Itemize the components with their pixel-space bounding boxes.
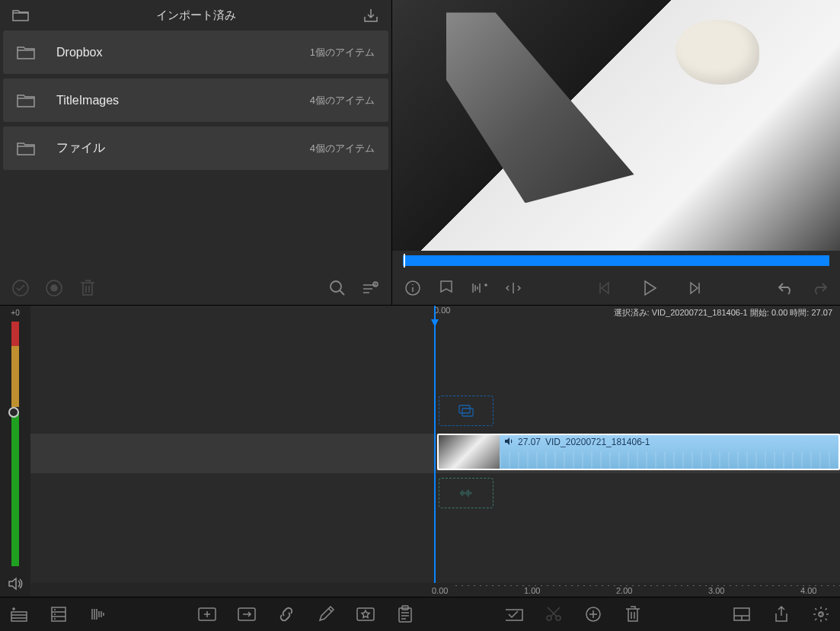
bottom-toolbar: ?	[0, 597, 840, 631]
time-ruler[interactable]: 0.00 1.00 2.00 3.00 4.00	[30, 583, 840, 597]
delete-icon[interactable]	[621, 603, 644, 626]
folder-icon	[17, 45, 47, 60]
play-icon[interactable]	[638, 277, 661, 299]
ruler-tick: 3.00	[708, 586, 724, 595]
timeline-panel: +0 0.00 選択済み: VID_20200721_181406-1 開始: …	[0, 305, 840, 597]
library-footer: a	[0, 271, 391, 305]
clipboard-icon[interactable]	[394, 603, 417, 626]
split-icon[interactable]	[502, 277, 525, 299]
folder-count: 4個のアイテム	[310, 94, 375, 107]
clip-name: VID_20200721_181406-1	[545, 437, 650, 447]
svg-rect-6	[459, 405, 470, 413]
audio-placeholder[interactable]	[439, 478, 493, 508]
playhead[interactable]	[434, 306, 436, 583]
next-frame-icon[interactable]	[684, 277, 707, 299]
link-icon[interactable]	[275, 603, 298, 626]
scrub-track[interactable]	[403, 255, 829, 266]
ruler-tick: 1.00	[524, 586, 540, 595]
folder-item-files[interactable]: ファイル 4個のアイテム	[3, 127, 388, 170]
transition-icon[interactable]	[235, 603, 258, 626]
timeline-main[interactable]: 0.00 選択済み: VID_20200721_181406-1 開始: 0.0…	[30, 306, 840, 597]
add-clip-icon[interactable]	[196, 603, 219, 626]
preview-controls	[392, 271, 840, 305]
folder-nav-icon[interactable]	[11, 5, 30, 25]
clip-duration: 27.07	[518, 437, 541, 447]
sort-icon[interactable]: a	[359, 277, 382, 299]
record-icon[interactable]	[43, 277, 65, 299]
scrub-bar[interactable]	[392, 251, 840, 271]
library-title: インポート済み	[30, 8, 361, 23]
prev-frame-icon[interactable]	[592, 277, 615, 299]
folder-icon	[17, 93, 47, 108]
svg-point-3	[331, 281, 341, 292]
preview-viewport[interactable]	[392, 0, 840, 251]
ruler-tick: 0.00	[432, 586, 448, 595]
volume-icon[interactable]	[8, 577, 23, 591]
share-icon[interactable]	[770, 603, 793, 626]
layout-icon[interactable]	[730, 603, 753, 626]
svg-rect-7	[462, 408, 473, 416]
preview-panel	[391, 0, 840, 305]
info-icon[interactable]	[401, 277, 424, 299]
library-header: インポート済み	[0, 0, 391, 30]
ruler-tick: 2.00	[616, 586, 632, 595]
folder-list: Dropbox 1個のアイテム TitleImages 4個のアイテム ファイル…	[0, 30, 391, 271]
svg-rect-9	[52, 607, 65, 621]
video-clip[interactable]: 27.07 VID_20200721_181406-1	[437, 434, 840, 470]
cut-icon[interactable]	[542, 603, 565, 626]
apply-icon[interactable]	[503, 603, 525, 626]
svg-text:a: a	[374, 281, 377, 287]
track-list-icon[interactable]	[47, 603, 70, 626]
settings-icon[interactable]: ?	[810, 603, 832, 626]
search-icon[interactable]	[326, 277, 349, 299]
folder-count: 4個のアイテム	[310, 142, 375, 155]
gain-label: +0	[11, 309, 19, 317]
selection-status: 選択済み: VID_20200721_181406-1 開始: 0.00 時間:…	[614, 307, 832, 319]
import-icon[interactable]	[361, 5, 381, 25]
ripple-insert-icon[interactable]	[468, 277, 491, 299]
folder-name: Dropbox	[47, 46, 310, 59]
ruler-tick: 4.00	[800, 586, 816, 595]
library-panel: インポート済み Dropbox 1個のアイテム TitleImages 4個のア…	[0, 0, 391, 305]
folder-icon	[17, 141, 47, 156]
svg-point-2	[51, 285, 57, 291]
marker-icon[interactable]	[435, 277, 458, 299]
undo-icon[interactable]	[775, 277, 797, 299]
audio-level-meter: +0	[0, 306, 30, 597]
zoom-timeline-icon[interactable]	[87, 603, 110, 626]
folder-name: ファイル	[47, 140, 310, 156]
overlay-placeholder[interactable]	[439, 396, 493, 426]
edit-icon[interactable]	[315, 603, 337, 626]
folder-item-dropbox[interactable]: Dropbox 1個のアイテム	[3, 30, 388, 74]
redo-icon[interactable]	[808, 277, 831, 299]
playhead-time: 0.00	[434, 306, 450, 315]
svg-text:?: ?	[819, 611, 822, 619]
add-track-icon[interactable]	[8, 603, 30, 626]
meter-bar[interactable]	[11, 322, 19, 566]
folder-count: 1個のアイテム	[310, 46, 375, 59]
svg-rect-8	[11, 612, 27, 621]
clip-thumbnail	[439, 435, 500, 469]
favorite-icon[interactable]	[354, 603, 377, 626]
select-all-icon[interactable]	[9, 277, 32, 299]
folder-name: TitleImages	[47, 94, 310, 107]
add-icon[interactable]	[582, 603, 605, 626]
trash-icon[interactable]	[76, 277, 99, 299]
folder-item-titleimages[interactable]: TitleImages 4個のアイテム	[3, 78, 388, 122]
